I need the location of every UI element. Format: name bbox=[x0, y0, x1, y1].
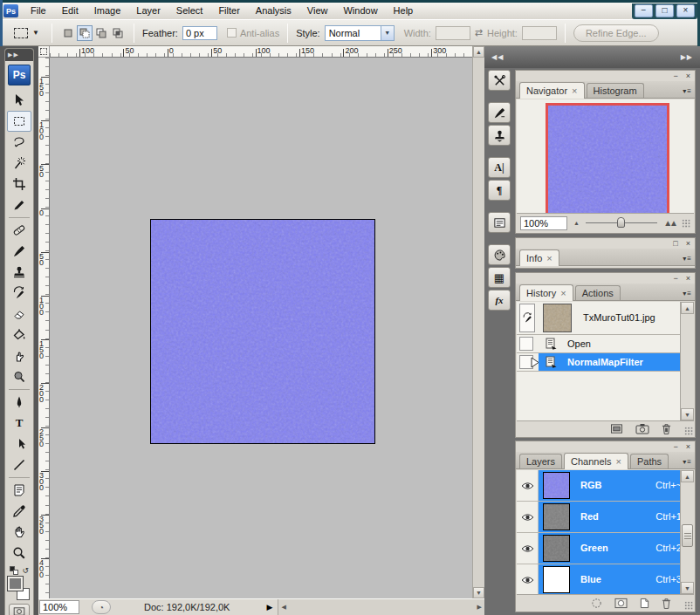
channel-row-green[interactable]: GreenCtrl+2 bbox=[517, 533, 694, 564]
tab-histogram[interactable]: Histogram bbox=[587, 83, 644, 98]
foreground-color-swatch[interactable] bbox=[8, 577, 23, 591]
zoom-level-input[interactable]: 100% bbox=[39, 600, 79, 614]
tool-preset-picker[interactable]: ▼ bbox=[10, 26, 44, 40]
style-select[interactable]: Normal ▼ bbox=[325, 25, 395, 41]
tool-smudge[interactable] bbox=[7, 345, 31, 366]
menu-filter[interactable]: Filter bbox=[210, 3, 247, 19]
tab-info[interactable]: Info × bbox=[519, 249, 559, 266]
scroll-down-icon[interactable]: ▼ bbox=[473, 587, 484, 598]
vertical-ruler[interactable]: 1 5 01 0 05 005 01 0 01 5 02 0 02 5 03 0… bbox=[38, 58, 50, 598]
new-snapshot-icon[interactable] bbox=[635, 423, 649, 434]
delete-icon[interactable] bbox=[662, 598, 671, 609]
panel-close-icon[interactable]: × bbox=[686, 442, 690, 451]
color-icon[interactable] bbox=[488, 244, 511, 265]
brushes-icon[interactable] bbox=[488, 102, 511, 123]
tool-rectangular-marquee[interactable] bbox=[7, 111, 31, 132]
canvas-viewport[interactable] bbox=[50, 58, 472, 598]
default-colors-icon[interactable] bbox=[10, 566, 18, 575]
channels-scrollbar[interactable]: ▲ ▼ bbox=[680, 470, 694, 594]
collapse-toolbox-button[interactable]: ▶▶ bbox=[5, 49, 33, 61]
character-icon[interactable]: A| bbox=[488, 157, 511, 178]
tab-close-icon[interactable]: × bbox=[560, 288, 566, 298]
tab-close-icon[interactable]: × bbox=[572, 85, 577, 96]
scroll-down-icon[interactable]: ▼ bbox=[681, 582, 694, 594]
styles-icon[interactable]: fx bbox=[488, 290, 511, 311]
tab-paths[interactable]: Paths bbox=[630, 454, 669, 468]
scroll-up-icon[interactable]: ▲ bbox=[681, 470, 694, 482]
panel-menu-icon[interactable]: ▾≡ bbox=[683, 290, 692, 297]
collapse-dock-icon[interactable]: ◀◀ bbox=[491, 53, 504, 61]
snapshot-thumbnail[interactable] bbox=[543, 304, 572, 332]
panel-menu-icon[interactable]: ▾≡ bbox=[683, 87, 692, 95]
ruler-origin[interactable] bbox=[38, 46, 50, 58]
menu-select[interactable]: Select bbox=[168, 3, 211, 19]
tool-eraser[interactable] bbox=[7, 304, 31, 325]
visibility-eye-icon[interactable] bbox=[517, 533, 539, 564]
load-selection-icon[interactable] bbox=[591, 598, 602, 609]
zoom-slider[interactable] bbox=[586, 222, 657, 223]
zoom-out-icon[interactable]: ▲ bbox=[573, 220, 580, 226]
zoom-slider-thumb[interactable] bbox=[617, 217, 625, 228]
menu-image[interactable]: Image bbox=[86, 3, 129, 19]
new-document-from-state-icon[interactable] bbox=[610, 423, 623, 434]
history-brush-source-well[interactable] bbox=[519, 304, 535, 332]
tool-notes[interactable] bbox=[7, 480, 31, 501]
add-to-selection-button[interactable] bbox=[77, 25, 93, 41]
panel-close-icon[interactable]: × bbox=[686, 239, 690, 248]
navigator-proxy-view[interactable] bbox=[546, 103, 669, 225]
history-state-open[interactable]: Open bbox=[517, 335, 694, 353]
tab-actions[interactable]: Actions bbox=[575, 285, 621, 300]
channel-row-rgb[interactable]: RGBCtrl+~ bbox=[517, 470, 694, 502]
status-flyout-icon[interactable]: ▶ bbox=[266, 603, 272, 612]
new-selection-button[interactable] bbox=[60, 25, 76, 41]
intersect-selection-button[interactable] bbox=[110, 25, 126, 41]
height-input[interactable] bbox=[522, 26, 557, 40]
document-image[interactable] bbox=[150, 219, 375, 444]
panel-menu-icon[interactable]: ▾≡ bbox=[683, 458, 692, 466]
resize-grip[interactable] bbox=[684, 427, 693, 435]
panel-minimize-icon[interactable]: − bbox=[673, 72, 677, 80]
quick-mask-button[interactable] bbox=[9, 604, 30, 615]
tool-move[interactable] bbox=[7, 90, 31, 111]
tool-magic-wand[interactable] bbox=[7, 153, 31, 174]
expand-dock-icon[interactable]: ▶▶ bbox=[681, 53, 693, 61]
refine-edge-button[interactable]: Refine Edge... bbox=[573, 24, 659, 42]
panel-minimize-icon[interactable]: − bbox=[673, 442, 677, 451]
layer-comps-icon[interactable] bbox=[488, 212, 511, 233]
tab-history[interactable]: History × bbox=[519, 284, 573, 301]
tool-hand[interactable] bbox=[7, 522, 31, 543]
horizontal-scrollbar[interactable]: ◀ ▶ bbox=[278, 599, 484, 615]
tool-clone-stamp[interactable] bbox=[7, 262, 31, 283]
panel-minimize-icon[interactable]: − bbox=[673, 274, 677, 283]
navigator-zoom-input[interactable]: 100% bbox=[520, 216, 567, 230]
current-state-pointer-icon[interactable] bbox=[531, 357, 539, 368]
tab-channels[interactable]: Channels × bbox=[564, 453, 628, 469]
menu-help[interactable]: Help bbox=[386, 3, 422, 19]
clone-source-icon[interactable] bbox=[488, 125, 511, 146]
zoom-in-icon[interactable]: ▲▲ bbox=[663, 218, 676, 228]
tool-paint-bucket[interactable] bbox=[7, 325, 31, 345]
subtract-from-selection-button[interactable] bbox=[93, 25, 109, 41]
menu-view[interactable]: View bbox=[299, 3, 336, 19]
tool-eyedropper[interactable] bbox=[7, 501, 31, 522]
close-button[interactable]: × bbox=[676, 4, 695, 17]
swap-colors-icon[interactable]: ↺ bbox=[22, 566, 29, 575]
restore-button[interactable]: □ bbox=[655, 4, 674, 17]
tool-dodge[interactable] bbox=[7, 366, 31, 387]
menu-file[interactable]: File bbox=[23, 3, 54, 19]
menu-analysis[interactable]: Analysis bbox=[248, 3, 299, 19]
menu-edit[interactable]: Edit bbox=[54, 3, 86, 19]
panel-close-icon[interactable]: × bbox=[686, 274, 690, 283]
minimize-button[interactable]: − bbox=[635, 4, 653, 17]
tool-type[interactable]: T bbox=[7, 413, 31, 434]
antialias-checkbox[interactable] bbox=[227, 28, 237, 38]
resize-grip[interactable] bbox=[684, 601, 693, 610]
version-cue-icon[interactable]: ◔ bbox=[92, 600, 111, 614]
tool-lasso[interactable] bbox=[7, 132, 31, 153]
horizontal-ruler[interactable]: 10050050100150200250300350 bbox=[50, 46, 472, 58]
tool-pen[interactable] bbox=[7, 392, 31, 413]
new-channel-icon[interactable] bbox=[640, 598, 649, 609]
tool-presets-icon[interactable] bbox=[488, 70, 511, 91]
history-state-normalmapfilter[interactable]: NormalMapFilter bbox=[517, 353, 694, 372]
history-snapshot-row[interactable]: TxMuroTut01.jpg bbox=[517, 302, 694, 335]
